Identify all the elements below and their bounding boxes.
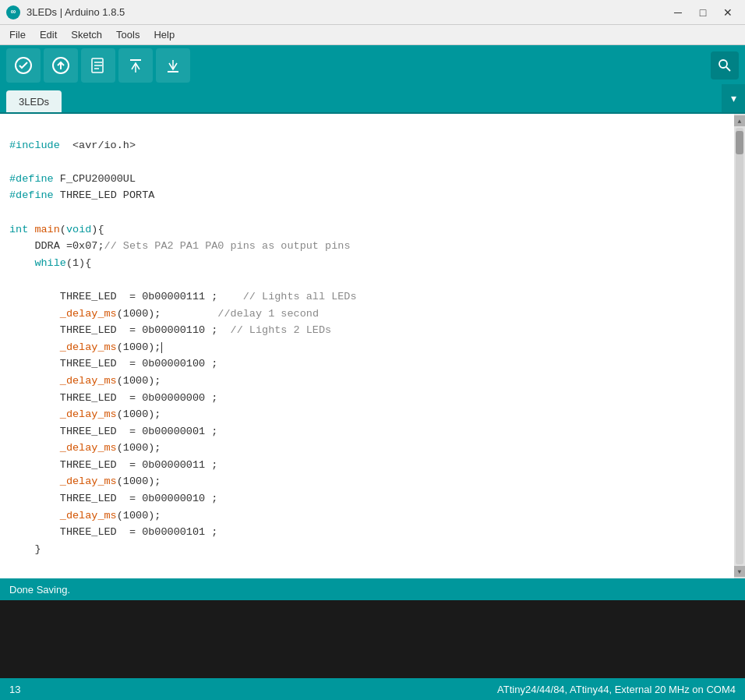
open-button[interactable] bbox=[118, 48, 153, 83]
scrollbar[interactable]: ▲ ▼ bbox=[734, 114, 745, 578]
new-button[interactable] bbox=[81, 48, 115, 83]
black-area bbox=[0, 600, 745, 678]
menu-tools[interactable]: Tools bbox=[110, 27, 146, 42]
minimize-button[interactable]: ─ bbox=[667, 5, 689, 20]
scroll-up-button[interactable]: ▲ bbox=[734, 115, 745, 126]
maximize-button[interactable]: □ bbox=[692, 5, 714, 20]
code-line-1: #include bbox=[9, 140, 60, 151]
upload-button[interactable] bbox=[44, 48, 78, 83]
console-status: Done Saving. bbox=[9, 584, 70, 596]
app-icon-symbol: ∞ bbox=[11, 8, 16, 16]
save-button[interactable] bbox=[156, 48, 190, 83]
menu-sketch[interactable]: Sketch bbox=[65, 27, 108, 42]
scroll-thumb[interactable] bbox=[736, 131, 743, 154]
menu-edit[interactable]: Edit bbox=[34, 27, 63, 42]
save-icon bbox=[164, 57, 182, 74]
statusbar: 13 ATtiny24/44/84, ATtiny44, External 20… bbox=[0, 678, 745, 700]
close-button[interactable]: ✕ bbox=[717, 5, 739, 20]
open-icon bbox=[127, 57, 144, 74]
new-icon bbox=[90, 57, 107, 74]
scroll-track[interactable] bbox=[736, 128, 743, 564]
menu-help[interactable]: Help bbox=[147, 27, 181, 42]
upload-icon bbox=[51, 56, 70, 75]
text-cursor bbox=[161, 342, 162, 353]
titlebar: ∞ 3LEDs | Arduino 1.8.5 ─ □ ✕ bbox=[0, 0, 745, 25]
scroll-down-button[interactable]: ▼ bbox=[734, 566, 745, 577]
tab-dropdown-button[interactable]: ▾ bbox=[722, 84, 745, 112]
search-button[interactable] bbox=[711, 51, 739, 80]
board-info: ATtiny24/44/84, ATtiny44, External 20 MH… bbox=[497, 684, 736, 695]
console-area: Done Saving. bbox=[0, 578, 745, 600]
line-number: 13 bbox=[9, 684, 20, 695]
verify-button[interactable] bbox=[6, 48, 41, 83]
search-icon bbox=[718, 58, 732, 72]
code-area[interactable]: #include <avr/io.h> #define F_CPU20000UL… bbox=[9, 120, 725, 578]
tab-3leds[interactable]: 3LEDs bbox=[6, 90, 62, 112]
toolbar bbox=[0, 45, 745, 86]
editor-container: #include <avr/io.h> #define F_CPU20000UL… bbox=[0, 114, 745, 578]
app-icon: ∞ bbox=[6, 5, 20, 19]
svg-line-12 bbox=[726, 67, 730, 71]
verify-icon bbox=[14, 56, 33, 75]
menu-file[interactable]: File bbox=[3, 27, 32, 42]
tabbar: 3LEDs ▾ bbox=[0, 86, 745, 114]
window-title: 3LEDs | Arduino 1.8.5 bbox=[26, 6, 661, 18]
svg-point-11 bbox=[719, 60, 727, 68]
editor-scroll[interactable]: #include <avr/io.h> #define F_CPU20000UL… bbox=[0, 114, 734, 578]
menubar: File Edit Sketch Tools Help bbox=[0, 25, 745, 45]
window-controls: ─ □ ✕ bbox=[667, 5, 739, 20]
